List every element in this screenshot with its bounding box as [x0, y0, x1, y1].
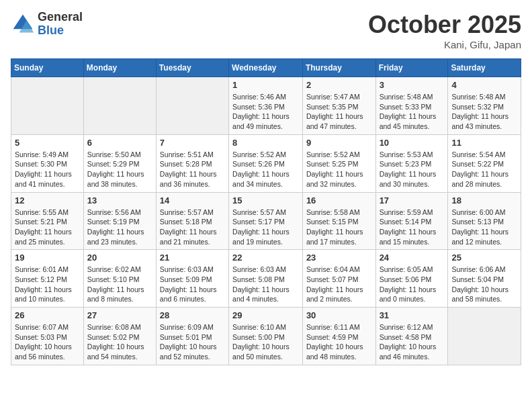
day-info: Sunrise: 6:10 AM Sunset: 5:00 PM Dayligh…: [232, 322, 299, 362]
calendar-cell: 11Sunrise: 5:54 AM Sunset: 5:22 PM Dayli…: [448, 134, 521, 192]
day-number: 13: [87, 195, 152, 205]
day-info: Sunrise: 6:06 AM Sunset: 5:04 PM Dayligh…: [451, 265, 517, 304]
day-info: Sunrise: 6:01 AM Sunset: 5:12 PM Dayligh…: [15, 265, 80, 304]
calendar-cell: 14Sunrise: 5:57 AM Sunset: 5:18 PM Dayli…: [156, 192, 228, 250]
day-info: Sunrise: 5:51 AM Sunset: 5:28 PM Dayligh…: [160, 150, 225, 189]
day-info: Sunrise: 5:59 AM Sunset: 5:14 PM Dayligh…: [380, 208, 445, 247]
day-info: Sunrise: 5:56 AM Sunset: 5:19 PM Dayligh…: [87, 208, 152, 247]
day-number: 6: [87, 138, 152, 148]
day-number: 28: [160, 310, 225, 320]
day-number: 10: [380, 138, 445, 148]
day-number: 20: [87, 253, 152, 263]
day-info: Sunrise: 5:55 AM Sunset: 5:21 PM Dayligh…: [15, 208, 80, 247]
day-number: 17: [380, 195, 445, 205]
day-info: Sunrise: 5:48 AM Sunset: 5:32 PM Dayligh…: [451, 92, 517, 132]
calendar-cell: [11, 77, 84, 135]
day-number: 2: [306, 80, 372, 90]
weekday-header-friday: Friday: [375, 59, 448, 77]
day-number: 1: [232, 80, 299, 90]
day-info: Sunrise: 5:50 AM Sunset: 5:29 PM Dayligh…: [87, 150, 152, 189]
day-number: 30: [306, 310, 372, 320]
weekday-header-thursday: Thursday: [302, 59, 375, 77]
calendar-table: SundayMondayTuesdayWednesdayThursdayFrid…: [11, 58, 521, 365]
day-number: 4: [451, 80, 517, 90]
week-row-2: 5Sunrise: 5:49 AM Sunset: 5:30 PM Daylig…: [11, 134, 521, 192]
calendar-cell: [83, 77, 156, 135]
calendar-cell: 17Sunrise: 5:59 AM Sunset: 5:14 PM Dayli…: [375, 192, 448, 250]
calendar-cell: 29Sunrise: 6:10 AM Sunset: 5:00 PM Dayli…: [229, 308, 303, 365]
calendar-cell: 23Sunrise: 6:04 AM Sunset: 5:07 PM Dayli…: [302, 250, 375, 308]
day-info: Sunrise: 6:04 AM Sunset: 5:07 PM Dayligh…: [306, 265, 372, 304]
day-number: 21: [160, 253, 225, 263]
day-info: Sunrise: 5:52 AM Sunset: 5:26 PM Dayligh…: [232, 150, 299, 189]
day-info: Sunrise: 6:07 AM Sunset: 5:03 PM Dayligh…: [15, 322, 80, 362]
calendar-cell: 4Sunrise: 5:48 AM Sunset: 5:32 PM Daylig…: [448, 77, 521, 135]
weekday-header-monday: Monday: [83, 59, 156, 77]
calendar-cell: 25Sunrise: 6:06 AM Sunset: 5:04 PM Dayli…: [448, 250, 521, 308]
day-number: 12: [15, 195, 80, 205]
calendar-cell: 26Sunrise: 6:07 AM Sunset: 5:03 PM Dayli…: [11, 308, 84, 365]
page-header: General Blue October 2025 Kani, Gifu, Ja…: [11, 11, 521, 50]
day-number: 18: [451, 195, 517, 205]
day-info: Sunrise: 6:02 AM Sunset: 5:10 PM Dayligh…: [87, 265, 152, 304]
day-number: 14: [160, 195, 225, 205]
day-number: 23: [306, 253, 372, 263]
calendar-cell: 30Sunrise: 6:11 AM Sunset: 4:59 PM Dayli…: [302, 308, 375, 365]
calendar-cell: 13Sunrise: 5:56 AM Sunset: 5:19 PM Dayli…: [83, 192, 156, 250]
day-info: Sunrise: 6:03 AM Sunset: 5:09 PM Dayligh…: [160, 265, 225, 304]
day-info: Sunrise: 5:46 AM Sunset: 5:36 PM Dayligh…: [232, 92, 299, 132]
day-info: Sunrise: 5:49 AM Sunset: 5:30 PM Dayligh…: [15, 150, 80, 189]
weekday-header-sunday: Sunday: [11, 59, 84, 77]
day-number: 29: [232, 310, 299, 320]
day-info: Sunrise: 6:03 AM Sunset: 5:08 PM Dayligh…: [232, 265, 299, 304]
day-info: Sunrise: 6:12 AM Sunset: 4:58 PM Dayligh…: [380, 322, 445, 362]
day-info: Sunrise: 5:53 AM Sunset: 5:23 PM Dayligh…: [380, 150, 445, 189]
week-row-4: 19Sunrise: 6:01 AM Sunset: 5:12 PM Dayli…: [11, 250, 521, 308]
day-info: Sunrise: 5:54 AM Sunset: 5:22 PM Dayligh…: [451, 150, 517, 189]
calendar-cell: [448, 308, 521, 365]
day-number: 3: [380, 80, 445, 90]
day-number: 31: [380, 310, 445, 320]
day-number: 7: [160, 138, 225, 148]
logo-blue-label: Blue: [38, 24, 83, 38]
calendar-cell: 3Sunrise: 5:48 AM Sunset: 5:33 PM Daylig…: [375, 77, 448, 135]
calendar-cell: 19Sunrise: 6:01 AM Sunset: 5:12 PM Dayli…: [11, 250, 84, 308]
week-row-1: 1Sunrise: 5:46 AM Sunset: 5:36 PM Daylig…: [11, 77, 521, 135]
weekday-header-saturday: Saturday: [448, 59, 521, 77]
weekday-header-row: SundayMondayTuesdayWednesdayThursdayFrid…: [11, 59, 521, 77]
day-number: 19: [15, 253, 80, 263]
calendar-cell: [156, 77, 228, 135]
location-label: Kani, Gifu, Japan: [368, 39, 521, 50]
week-row-5: 26Sunrise: 6:07 AM Sunset: 5:03 PM Dayli…: [11, 308, 521, 365]
calendar-cell: 7Sunrise: 5:51 AM Sunset: 5:28 PM Daylig…: [156, 134, 228, 192]
week-row-3: 12Sunrise: 5:55 AM Sunset: 5:21 PM Dayli…: [11, 192, 521, 250]
month-title: October 2025: [368, 11, 521, 39]
weekday-header-wednesday: Wednesday: [229, 59, 303, 77]
calendar-cell: 2Sunrise: 5:47 AM Sunset: 5:35 PM Daylig…: [302, 77, 375, 135]
calendar-cell: 21Sunrise: 6:03 AM Sunset: 5:09 PM Dayli…: [156, 250, 228, 308]
calendar-cell: 22Sunrise: 6:03 AM Sunset: 5:08 PM Dayli…: [229, 250, 303, 308]
day-info: Sunrise: 6:08 AM Sunset: 5:02 PM Dayligh…: [87, 322, 152, 362]
day-info: Sunrise: 6:11 AM Sunset: 4:59 PM Dayligh…: [306, 322, 372, 362]
calendar-cell: 24Sunrise: 6:05 AM Sunset: 5:06 PM Dayli…: [375, 250, 448, 308]
day-info: Sunrise: 5:48 AM Sunset: 5:33 PM Dayligh…: [380, 92, 445, 132]
day-info: Sunrise: 6:05 AM Sunset: 5:06 PM Dayligh…: [380, 265, 445, 304]
day-number: 26: [15, 310, 80, 320]
title-block: October 2025 Kani, Gifu, Japan: [368, 11, 521, 50]
calendar-cell: 16Sunrise: 5:58 AM Sunset: 5:15 PM Dayli…: [302, 192, 375, 250]
calendar-cell: 28Sunrise: 6:09 AM Sunset: 5:01 PM Dayli…: [156, 308, 228, 365]
logo: General Blue: [11, 11, 83, 38]
calendar-cell: 18Sunrise: 6:00 AM Sunset: 5:13 PM Dayli…: [448, 192, 521, 250]
day-number: 9: [306, 138, 372, 148]
day-number: 27: [87, 310, 152, 320]
calendar-cell: 27Sunrise: 6:08 AM Sunset: 5:02 PM Dayli…: [83, 308, 156, 365]
day-number: 11: [451, 138, 517, 148]
day-info: Sunrise: 5:47 AM Sunset: 5:35 PM Dayligh…: [306, 92, 372, 132]
calendar-cell: 9Sunrise: 5:52 AM Sunset: 5:25 PM Daylig…: [302, 134, 375, 192]
calendar-cell: 6Sunrise: 5:50 AM Sunset: 5:29 PM Daylig…: [83, 134, 156, 192]
calendar-cell: 10Sunrise: 5:53 AM Sunset: 5:23 PM Dayli…: [375, 134, 448, 192]
calendar-cell: 5Sunrise: 5:49 AM Sunset: 5:30 PM Daylig…: [11, 134, 84, 192]
logo-general-label: General: [38, 11, 83, 24]
day-number: 15: [232, 195, 299, 205]
day-number: 16: [306, 195, 372, 205]
